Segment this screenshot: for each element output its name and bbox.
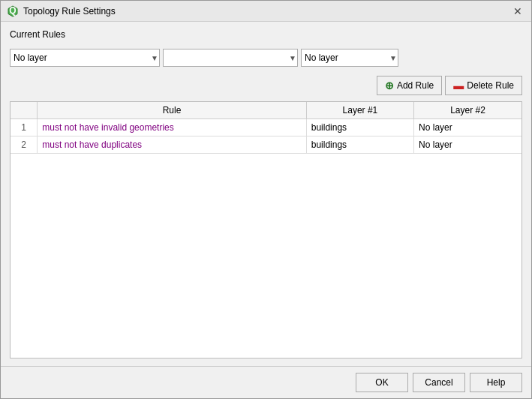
row-layer1: buildings (306, 119, 413, 136)
delete-rule-button[interactable]: ▬ Delete Rule (445, 76, 522, 95)
row-number: 1 (11, 119, 38, 136)
row-layer1: buildings (306, 136, 413, 154)
title-bar-left: Q Topology Rule Settings (7, 5, 116, 17)
cancel-button[interactable]: Cancel (413, 373, 465, 392)
add-icon: ⊕ (385, 80, 394, 92)
title-bar: Q Topology Rule Settings ✕ (1, 1, 531, 22)
row-number: 2 (11, 136, 38, 154)
current-rules-label: Current Rules (10, 29, 522, 40)
col-rule-header: Rule (38, 102, 306, 119)
dialog-body: Current Rules No layer ▼ ▼ No layer ▼ (1, 22, 531, 366)
rule-dropdown[interactable] (163, 49, 298, 67)
layer-dropdown-2-wrapper: No layer ▼ (301, 49, 398, 67)
delete-icon: ▬ (453, 80, 464, 92)
row-rule: must not have duplicates (38, 136, 306, 154)
table-header-row: Rule Layer #1 Layer #2 (11, 102, 521, 119)
svg-text:Q: Q (9, 5, 16, 16)
row-layer2: No layer (414, 119, 521, 136)
table-row[interactable]: 1must not have invalid geometriesbuildin… (11, 119, 521, 136)
add-rule-button[interactable]: ⊕ Add Rule (377, 76, 442, 95)
ok-button[interactable]: OK (356, 373, 408, 392)
rule-dropdown-wrapper: ▼ (163, 49, 298, 67)
rules-table: Rule Layer #1 Layer #2 1must not have in… (11, 102, 521, 154)
table-row[interactable]: 2must not have duplicatesbuildingsNo lay… (11, 136, 521, 154)
app-icon: Q (7, 5, 19, 17)
close-button[interactable]: ✕ (510, 4, 525, 19)
table-header: Rule Layer #1 Layer #2 (11, 102, 521, 119)
dropdowns-row: No layer ▼ ▼ No layer ▼ (10, 49, 522, 67)
help-button[interactable]: Help (470, 373, 522, 392)
add-rule-label: Add Rule (397, 80, 434, 91)
rules-table-container: Rule Layer #1 Layer #2 1must not have in… (10, 101, 522, 358)
col-layer2-header: Layer #2 (414, 102, 521, 119)
layer-dropdown-1-wrapper: No layer ▼ (10, 49, 160, 67)
delete-rule-label: Delete Rule (467, 80, 514, 91)
dialog-title: Topology Rule Settings (23, 6, 116, 16)
topology-rule-settings-dialog: Q Topology Rule Settings ✕ Current Rules… (0, 0, 532, 399)
layer-dropdown-1[interactable]: No layer (10, 49, 160, 67)
dialog-footer: OK Cancel Help (1, 366, 531, 398)
col-layer1-header: Layer #1 (306, 102, 413, 119)
table-body: 1must not have invalid geometriesbuildin… (11, 119, 521, 154)
row-rule: must not have invalid geometries (38, 119, 306, 136)
rule-buttons-row: ⊕ Add Rule ▬ Delete Rule (10, 76, 522, 95)
layer-dropdown-2[interactable]: No layer (301, 49, 398, 67)
col-number (11, 102, 38, 119)
row-layer2: No layer (414, 136, 521, 154)
